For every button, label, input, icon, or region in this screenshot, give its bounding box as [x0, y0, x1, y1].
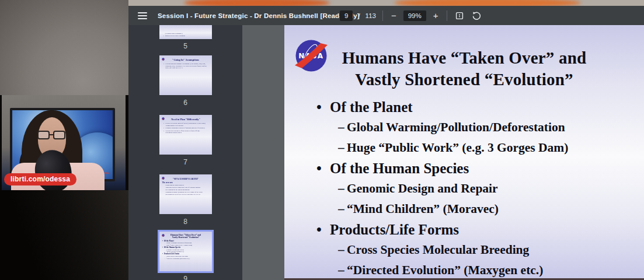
thumbnail-page-9-selected[interactable]: Humans Have “Taken Over” and Vastly Shor… [159, 232, 212, 271]
thumbnail-number: 8 [183, 218, 187, 226]
thumb-title: "SPACESHIP EARTH" [159, 174, 212, 180]
bullet-item: •Of the Planet [284, 97, 644, 117]
dark-foreground [0, 190, 128, 280]
thumbnail-page-7[interactable]: Need to Plan "Differently" •WORLD is in … [159, 115, 212, 155]
slide-title-line2: Vastly Shortened “Evolution” [284, 69, 644, 90]
thumb-text: WORLD is in the throes of triple (expone… [165, 123, 208, 127]
document-scroll-area[interactable]: NASA Humans Have “Taken Over” and Vastly… [242, 25, 644, 280]
bullet-item: –Cross Species Molecular Breeding [284, 240, 644, 260]
thumb-text: Tinkering with the temperature and life … [165, 187, 200, 188]
bullet-item: –Genomic Design and Repair [284, 178, 644, 199]
thumbnail-page-5[interactable]: ("Watches and Warnings") •Inputs to DOD … [159, 25, 212, 39]
slide-title-line1: Humans Have “Taken Over” and [284, 47, 644, 69]
pdf-toolbar: Session I - Future Strategic - Dr Dennis… [128, 6, 644, 25]
thumbnail-number: 9 [183, 275, 187, 280]
nasa-logo-mini [162, 117, 164, 120]
zoom-out-button[interactable]: − [389, 11, 398, 20]
background-orange-shape [184, 0, 330, 6]
fit-to-page-icon[interactable] [454, 10, 465, 22]
thumb-text: Plundering the ship's supplies [165, 184, 184, 186]
desktop-background-strip [128, 0, 644, 6]
menu-icon[interactable] [138, 12, 147, 19]
presenter-glasses [37, 130, 67, 139]
viewer-body: ("Watches and Warnings") •Inputs to DOD … [128, 25, 644, 280]
page-total: 113 [365, 12, 376, 19]
presenter-video-panel: librti SOCIAL MEDIA, That Matters l [0, 0, 128, 280]
thumb-subtitle: The crew are: [159, 180, 212, 184]
slide-title: Humans Have “Taken Over” and Vastly Shor… [284, 47, 644, 90]
slide-bullets: •Of the Planet –Global Warming/Pollution… [284, 97, 644, 280]
toolbar-separator [382, 10, 383, 21]
presenter-webcam: librti SOCIAL MEDIA, That Matters l [2, 95, 126, 190]
page-number-input[interactable]: 9 [340, 10, 353, 21]
thumb-text: “Directed Evolution” (Maxygen etc.) [166, 257, 189, 259]
thumb-title: Need to Plan "Differently" [159, 115, 212, 121]
thumb-text: Zeroth order potential effects upon Defe… [165, 130, 208, 134]
thumb-text: Increasing the size of the crew by 2 mil… [165, 194, 200, 195]
zoom-level-input[interactable]: 99% [403, 10, 426, 21]
thumbnail-number: 7 [183, 158, 187, 166]
thumb-text: Still looking for the instruction manual [165, 189, 190, 191]
thumb-text: Changes occurring at scales of months (i… [165, 127, 204, 129]
thumbnail-page-6[interactable]: "Going In" Assumptions •Politics can/doe… [159, 55, 212, 95]
thumbnail-page-8[interactable]: "SPACESHIP EARTH" The crew are: –Plunder… [159, 174, 212, 214]
background-orange-shape [394, 0, 581, 6]
thumb-text: Engaging in bloody skirmishes in every c… [165, 191, 203, 193]
page-divider: / [358, 12, 360, 19]
screen: librti SOCIAL MEDIA, That Matters l [0, 0, 644, 280]
document-title: Session I - Future Strategic - Dr Dennis… [158, 12, 360, 19]
thumbnail-number: 5 [183, 42, 187, 50]
bullet-item: –Global Warming/Pollution/Deforestation [284, 117, 644, 138]
bullet-item: –“Directed Evolution” (Maxygen etc.) [284, 260, 644, 280]
slide-page-9: NASA Humans Have “Taken Over” and Vastly… [284, 25, 644, 278]
pdf-viewer-window: Session I - Future Strategic - Dr Dennis… [128, 6, 644, 280]
nasa-logo-mini [162, 58, 164, 60]
bullet-item: •Products/Life Forms [284, 219, 644, 240]
rotate-icon[interactable] [471, 10, 482, 22]
room-wall-background [0, 0, 128, 95]
toolbar-separator [447, 10, 447, 21]
thumbnail-sidebar: ("Watches and Warnings") •Inputs to DOD … [128, 25, 242, 280]
thumb-text: Politics can/does change "overnight" (e.… [165, 63, 208, 69]
bullet-item: –“Mind Children” (Moravec) [284, 199, 644, 219]
toolbar-controls: 9 / 113 − 99% + [340, 6, 482, 25]
nasa-logo-mini [162, 177, 164, 179]
zoom-in-button[interactable]: + [431, 11, 440, 20]
thumb-text: Inputs to DOD S&D Planning [165, 35, 185, 37]
bullet-item: •Of the Human Species [284, 158, 644, 178]
thumb-text: ("Watches and Warnings") [165, 32, 182, 34]
stream-url-badge: librti.com/odessa [4, 173, 76, 186]
thumbnail-number: 6 [183, 99, 187, 107]
bullet-item: –Huge “Public Work” (e.g. 3 Gorges Dam) [284, 138, 644, 158]
nasa-logo-mini [162, 234, 164, 236]
thumb-title: "Going In" Assumptions [159, 55, 212, 61]
